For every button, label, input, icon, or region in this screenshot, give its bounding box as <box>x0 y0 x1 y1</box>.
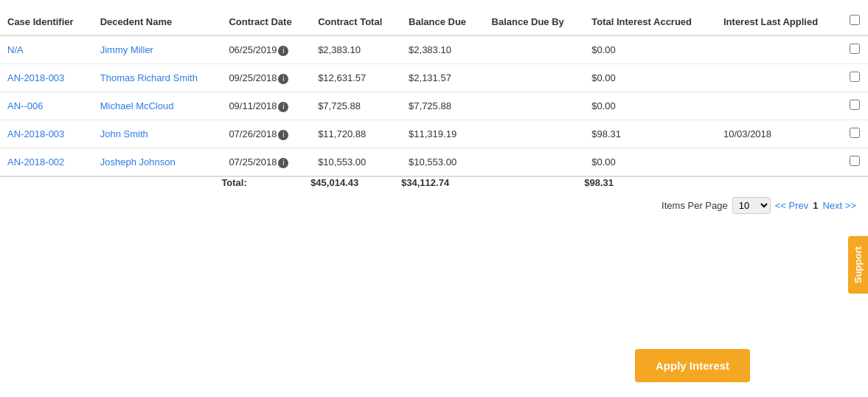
col-header-decedent-name: Decedent Name <box>93 7 222 35</box>
col-header-balance-due: Balance Due <box>401 7 484 35</box>
decedent-name-link[interactable]: Michael McCloud <box>100 100 174 111</box>
info-icon[interactable]: i <box>278 46 288 56</box>
row-checkbox-cell[interactable] <box>841 120 868 148</box>
contract-total-cell: $2,383.10 <box>310 35 401 64</box>
col-header-balance-due-by: Balance Due By <box>485 7 585 35</box>
balance-due-cell: $2,383.10 <box>401 35 484 64</box>
next-page-link[interactable]: Next >> <box>822 200 856 211</box>
interest-last-applied-cell <box>716 35 841 64</box>
col-header-case-identifier: Case Identifier <box>0 7 93 35</box>
row-checkbox[interactable] <box>850 100 860 110</box>
col-header-contract-total: Contract Total <box>310 7 401 35</box>
row-checkbox[interactable] <box>850 156 860 166</box>
contract-date-cell: 09/25/2018i <box>221 64 310 92</box>
row-checkbox-cell[interactable] <box>841 64 868 92</box>
totals-empty-5 <box>841 176 868 188</box>
info-icon[interactable]: i <box>278 158 288 168</box>
totals-empty-1 <box>0 176 93 188</box>
interest-last-applied-cell <box>716 148 841 177</box>
col-header-interest-last-applied: Interest Last Applied <box>716 7 841 35</box>
table-header-row: Case Identifier Decedent Name Contract D… <box>0 7 868 35</box>
totals-empty-3 <box>485 176 585 188</box>
total-interest-accrued-cell: $0.00 <box>584 64 716 92</box>
contract-date-cell: 07/26/2018i <box>221 120 310 148</box>
total-interest-accrued-cell: $0.00 <box>584 92 716 120</box>
table-row: AN-2018-003Thomas Richard Smith09/25/201… <box>0 64 868 92</box>
row-checkbox[interactable] <box>850 128 860 138</box>
row-checkbox[interactable] <box>850 72 860 82</box>
contract-date-cell: 06/25/2019i <box>221 35 310 64</box>
balance-due-by-cell <box>485 92 585 120</box>
col-header-checkbox[interactable] <box>841 7 868 35</box>
info-icon[interactable]: i <box>278 74 288 84</box>
totals-row: Total: $45,014.43 $34,112.74 $98.31 <box>0 176 868 188</box>
contract-date-cell: 09/11/2018i <box>221 92 310 120</box>
info-icon[interactable]: i <box>278 130 288 140</box>
case-id-link[interactable]: N/A <box>7 44 24 55</box>
prev-page-link[interactable]: << Prev <box>775 200 809 211</box>
col-header-total-interest-accrued: Total Interest Accrued <box>584 7 716 35</box>
balance-due-by-cell <box>485 120 585 148</box>
totals-label: Total: <box>221 176 310 188</box>
contract-total-cell: $7,725.88 <box>310 92 401 120</box>
totals-empty-2 <box>93 176 222 188</box>
case-id-link[interactable]: AN-2018-003 <box>7 72 64 83</box>
current-page-number: 1 <box>813 200 818 211</box>
total-interest-accrued-cell: $0.00 <box>584 35 716 64</box>
decedent-name-link[interactable]: Josheph Johnson <box>100 156 176 168</box>
decedent-name-link[interactable]: John Smith <box>100 128 148 139</box>
totals-contract-total: $45,014.43 <box>310 176 401 188</box>
table-row: AN-2018-002Josheph Johnson07/25/2018i$10… <box>0 148 868 177</box>
contract-total-cell: $12,631.57 <box>310 64 401 92</box>
totals-empty-4 <box>716 176 841 188</box>
case-id-link[interactable]: AN-2018-003 <box>7 128 64 139</box>
row-checkbox[interactable] <box>850 44 860 54</box>
balance-due-by-cell <box>485 35 585 64</box>
select-all-checkbox[interactable] <box>850 15 860 25</box>
info-icon[interactable]: i <box>278 102 288 112</box>
table-row: N/AJimmy Miller06/25/2019i$2,383.10$2,38… <box>0 35 868 64</box>
table-row: AN-2018-003John Smith07/26/2018i$11,720.… <box>0 120 868 148</box>
interest-last-applied-cell <box>716 64 841 92</box>
col-header-contract-date: Contract Date <box>221 7 310 35</box>
case-id-link[interactable]: AN-2018-002 <box>7 156 64 168</box>
pagination-row: Items Per Page 102550100 << Prev 1 Next … <box>0 188 868 223</box>
balance-due-cell: $2,131.57 <box>401 64 484 92</box>
balance-due-by-cell <box>485 64 585 92</box>
case-id-link[interactable]: AN--006 <box>7 100 43 111</box>
balance-due-cell: $11,319.19 <box>401 120 484 148</box>
contract-total-cell: $10,553.00 <box>310 148 401 177</box>
main-table: Case Identifier Decedent Name Contract D… <box>0 7 868 188</box>
decedent-name-link[interactable]: Jimmy Miller <box>100 44 153 55</box>
row-checkbox-cell[interactable] <box>841 148 868 177</box>
support-tab[interactable]: Support <box>848 236 868 294</box>
decedent-name-link[interactable]: Thomas Richard Smith <box>100 72 198 83</box>
page-wrapper: Case Identifier Decedent Name Contract D… <box>0 0 868 397</box>
balance-due-by-cell <box>485 148 585 177</box>
balance-due-cell: $10,553.00 <box>401 148 484 177</box>
interest-last-applied-cell <box>716 92 841 120</box>
apply-interest-button[interactable]: Apply Interest <box>635 349 750 382</box>
total-interest-accrued-cell: $98.31 <box>584 120 716 148</box>
table-row: AN--006Michael McCloud09/11/2018i$7,725.… <box>0 92 868 120</box>
items-per-page-label: Items Per Page <box>662 200 728 211</box>
interest-last-applied-cell: 10/03/2018 <box>716 120 841 148</box>
items-per-page-select[interactable]: 102550100 <box>732 197 771 214</box>
total-interest-accrued-cell: $0.00 <box>584 148 716 177</box>
contract-total-cell: $11,720.88 <box>310 120 401 148</box>
totals-balance-due: $34,112.74 <box>401 176 484 188</box>
balance-due-cell: $7,725.88 <box>401 92 484 120</box>
row-checkbox-cell[interactable] <box>841 35 868 64</box>
totals-interest-accrued: $98.31 <box>584 176 716 188</box>
contract-date-cell: 07/25/2018i <box>221 148 310 177</box>
row-checkbox-cell[interactable] <box>841 92 868 120</box>
